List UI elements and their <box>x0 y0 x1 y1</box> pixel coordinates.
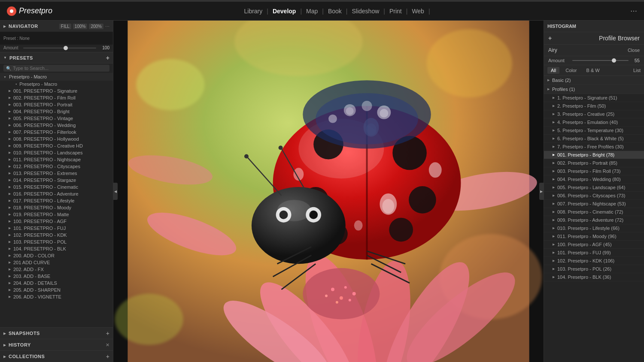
profile-item-002-portrait[interactable]: ▶002. Presetpro - Portrait (85) <box>544 159 644 167</box>
nav-print[interactable]: Print <box>389 8 403 15</box>
preset-item-204-add-details[interactable]: ▶204. ADD - DETAILS <box>0 280 113 287</box>
profile-item-009-adventure[interactable]: ▶009. Presetpro - Adventure (72) <box>544 216 644 224</box>
preset-item-009-creativehd[interactable]: ▶009. PRESETPRO - Creative HD <box>0 142 113 149</box>
profile-list[interactable]: ▶ Basic (2) ▶ Profiles (1) ▶1. Presetpro… <box>544 76 644 362</box>
preset-item-100-agf[interactable]: ▶100. PRESETPRO - AGF <box>0 218 113 225</box>
profile-amount-thumb[interactable] <box>612 58 616 63</box>
tab-bw[interactable]: B & W <box>583 67 603 74</box>
history-header[interactable]: ▶ History ✕ <box>0 339 113 350</box>
nav-develop[interactable]: Develop <box>272 8 297 15</box>
profile-item-011-moody[interactable]: ▶011. Presetpro - Moody (96) <box>544 232 644 241</box>
profile-item-010-lifestyle[interactable]: ▶010. Presetpro - Lifestyle (66) <box>544 224 644 232</box>
preset-item-003-portrait[interactable]: ▶003. PRESETPRO - Portrait <box>0 101 113 108</box>
tab-color[interactable]: Color <box>562 67 580 74</box>
amount-slider-thumb[interactable] <box>64 46 68 50</box>
preset-item-014-stargaze[interactable]: ▶014. PRESETPRO - Stargaze <box>0 177 113 184</box>
profile-item-free[interactable]: ▶7. Presetpro - Free Profiles (30) <box>544 143 644 151</box>
collections-add-button[interactable]: + <box>106 353 109 360</box>
app-logo-icon <box>7 6 16 16</box>
profile-item-temperature[interactable]: ▶5. Presetpro - Temperature (30) <box>544 127 644 135</box>
profile-amount-slider[interactable] <box>572 60 629 61</box>
presets-list[interactable]: ▼ Presetpro - Macro ▪ Presetpro - Macro … <box>0 73 113 327</box>
nav-more-icon[interactable]: ⋯ <box>630 7 637 15</box>
profile-item-104-blk[interactable]: ▶104. Presetpro - BLK (36) <box>544 273 644 281</box>
preset-item-010-landscapes[interactable]: ▶010. PRESETPRO - Landscapes <box>0 149 113 156</box>
preset-item-012-cityscapes[interactable]: ▶012. PRESETPRO - Cityscapes <box>0 163 113 170</box>
preset-item-103-pol[interactable]: ▶103. PRESETPRO - POL <box>0 238 113 245</box>
amount-slider-track[interactable] <box>23 48 96 48</box>
preset-item-011-nightscape[interactable]: ▶011. PRESETPRO - Nightscape <box>0 156 113 163</box>
preset-item-201-add-curve[interactable]: ▶201 ADD CURVE <box>0 259 113 266</box>
snapshots-add-button[interactable]: + <box>106 330 109 337</box>
navigator-title: Navigator <box>9 24 38 29</box>
zoom-100-button[interactable]: 100% <box>73 24 88 29</box>
navigator-header[interactable]: ▶ Navigator FILL 100% 200% ⋯ <box>0 21 113 32</box>
preset-item-102-kdk[interactable]: ▶102. PRESETPRO - KDK <box>0 232 113 238</box>
preset-item-006-wedding[interactable]: ▶006. PRESETPRO - Wedding <box>0 122 113 129</box>
collections-header[interactable]: ▶ Collections + <box>0 351 113 362</box>
fill-button[interactable]: FILL <box>59 24 71 29</box>
preset-item-001-signature[interactable]: ▶001. PRESETPRO - Signature <box>0 87 113 94</box>
preset-item-104-blk[interactable]: ▶104. PRESETPRO - BLK <box>0 245 113 252</box>
zoom-200-button[interactable]: 200% <box>89 24 103 29</box>
tab-all[interactable]: All <box>547 67 559 74</box>
preset-item-203-add-base[interactable]: ▶203. ADD - BASE <box>0 273 113 280</box>
preset-item-200-add-color[interactable]: ▶200. ADD - COLOR <box>0 252 113 259</box>
preset-item-005-vintage[interactable]: ▶005. PRESETPRO - Vintage <box>0 115 113 122</box>
profile-item-creative[interactable]: ▶3. Presetpro - Creative (25) <box>544 110 644 118</box>
presets-add-button[interactable]: + <box>106 54 109 61</box>
preset-item-015-cinematic[interactable]: ▶015. PRESETPRO - Cinematic <box>0 184 113 190</box>
preset-group-macro-header[interactable]: ▼ Presetpro - Macro <box>0 73 113 81</box>
profile-item-100-agf[interactable]: ▶100. Presetpro - AGF (45) <box>544 241 644 249</box>
preset-item-008-hollywood[interactable]: ▶008. PRESETPRO - Hollywood <box>0 136 113 142</box>
preset-sub-item-macro[interactable]: ▪ Presetpro - Macro <box>0 81 113 87</box>
profile-item-103-pol[interactable]: ▶103. Presetpro - POL (26) <box>544 265 644 273</box>
nav-web[interactable]: Web <box>411 8 425 15</box>
presets-search-area: 🔍 <box>0 63 113 73</box>
profile-add-button[interactable]: + <box>548 35 552 42</box>
tab-list[interactable]: List <box>633 68 641 73</box>
profile-item-001-bright[interactable]: ▶001. Presetpro - Bright (78) <box>544 151 644 159</box>
profile-item-signature[interactable]: ▶1. Presetpro - Signature (51) <box>544 94 644 102</box>
profile-item-emulation[interactable]: ▶4. Presetpro - Emulation (40) <box>544 118 644 127</box>
profile-item-004-wedding[interactable]: ▶004. Presetpro - Wedding (80) <box>544 175 644 184</box>
profile-item-film[interactable]: ▶2. Presetpro - Film (50) <box>544 102 644 110</box>
preset-item-007-filterlook[interactable]: ▶007. PRESETPRO - Filterlook <box>0 129 113 136</box>
nav-map[interactable]: Map <box>305 8 319 15</box>
history-close-button[interactable]: ✕ <box>106 342 109 348</box>
history-section: ▶ History ✕ <box>0 339 113 350</box>
profile-item-008-cinematic[interactable]: ▶008. Presetpro - Cinematic (72) <box>544 208 644 216</box>
search-icon: 🔍 <box>6 66 11 71</box>
preset-item-019-matte[interactable]: ▶019. PRESETPRO - Matte <box>0 211 113 218</box>
preset-item-101-fuj[interactable]: ▶101. PRESETPRO - FUJ <box>0 225 113 232</box>
preset-item-002-filmroll[interactable]: ▶002. PRESETPRO - Film Roll <box>0 94 113 101</box>
nav-library[interactable]: Library <box>243 8 263 15</box>
preset-item-206-add-vignette[interactable]: ▶206. ADD - VIGNETTE <box>0 293 113 300</box>
preset-item-013-extremes[interactable]: ▶013. PRESETPRO - Extremes <box>0 170 113 177</box>
top-nav: Presetpro Library | Develop | Map | Book… <box>0 2 644 21</box>
snapshots-triangle: ▶ <box>3 332 6 335</box>
preset-item-205-add-sharpen[interactable]: ▶205. ADD - SHARPEN <box>0 287 113 293</box>
profile-item-102-kdk[interactable]: ▶102. Presetpro - KDK (106) <box>544 257 644 265</box>
profile-item-007-nightscape[interactable]: ▶007. Presetpro - Nightscape (53) <box>544 200 644 208</box>
profile-item-bw[interactable]: ▶6. Presetpro - Black & White (5) <box>544 135 644 143</box>
profile-item-003-filmroll[interactable]: ▶003. Presetpro - Film Roll (73) <box>544 167 644 175</box>
search-input[interactable] <box>13 66 107 71</box>
profile-item-005-landscape[interactable]: ▶005. Presetpro - Landscape (64) <box>544 184 644 192</box>
navigator-more-icon[interactable]: ⋯ <box>105 24 109 29</box>
profile-item-101-fuj[interactable]: ▶101. Presetpro - FUJ (99) <box>544 249 644 257</box>
preset-item-202-add-fx[interactable]: ▶202. ADD - FX <box>0 266 113 273</box>
preset-item-018-moody[interactable]: ▶018. PRESETPRO - Moody <box>0 204 113 211</box>
profile-group-basic-header[interactable]: ▶ Basic (2) <box>544 76 644 85</box>
nav-book[interactable]: Book <box>327 8 343 15</box>
right-panel-toggle[interactable]: ▶ <box>539 183 544 200</box>
profile-close-button[interactable]: Close <box>628 48 640 53</box>
profile-item-006-cityscapes[interactable]: ▶006. Presetpro - Cityscapes (73) <box>544 192 644 200</box>
preset-item-017-lifestyle[interactable]: ▶017. PRESETPRO - Lifestyle <box>0 197 113 204</box>
left-panel-toggle[interactable]: ◀ <box>113 183 118 200</box>
profile-group-profiles-header[interactable]: ▶ Profiles (1) <box>544 85 644 94</box>
preset-item-016-adventure[interactable]: ▶016. PRESETPRO - Adventure <box>0 190 113 197</box>
nav-slideshow[interactable]: Slideshow <box>351 8 380 15</box>
preset-item-004-bright[interactable]: ▶004. PRESETPRO - Bright <box>0 108 113 115</box>
snapshots-header[interactable]: ▶ Snapshots + <box>0 328 113 339</box>
